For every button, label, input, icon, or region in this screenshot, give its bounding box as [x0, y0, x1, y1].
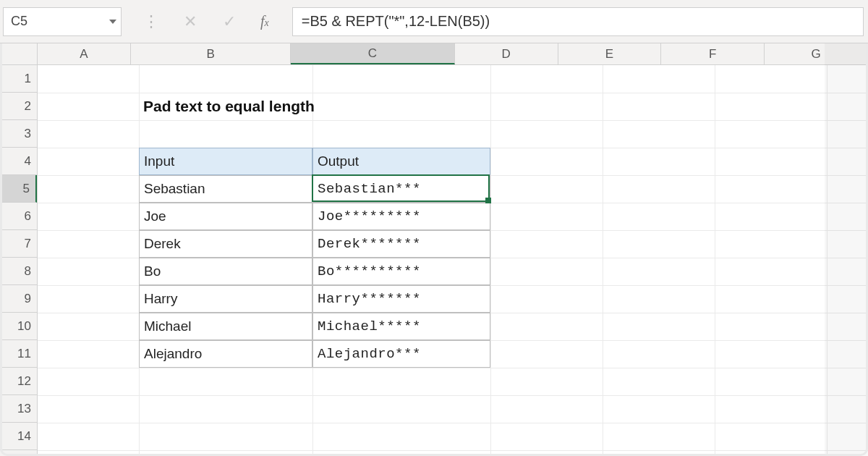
table-row[interactable]: Michael [139, 313, 312, 340]
row-header-4[interactable]: 4 [0, 148, 37, 175]
col-header-D[interactable]: D [455, 43, 558, 64]
name-box[interactable] [4, 8, 105, 35]
col-header-C[interactable]: C [291, 43, 455, 64]
worksheet: ABCDEFG 1234567891011121314 Pad text to … [0, 43, 868, 456]
formula-bar-buttons: ⋮ ✕ ✓ fx [122, 12, 292, 31]
table-header-output[interactable]: Output [312, 148, 490, 175]
col-header-B[interactable]: B [131, 43, 291, 64]
row-header-11[interactable]: 11 [0, 340, 37, 368]
row-header-12[interactable]: 12 [0, 368, 37, 395]
table-header-input[interactable]: Input [139, 148, 312, 175]
row-header-14[interactable]: 14 [0, 423, 37, 450]
more-icon[interactable]: ⋮ [143, 14, 159, 30]
table-row[interactable]: Joe [139, 203, 312, 230]
formula-bar: ⋮ ✕ ✓ fx [0, 0, 868, 43]
row-header-1[interactable]: 1 [0, 65, 37, 93]
formula-input-wrap [292, 7, 864, 36]
table-row[interactable]: Derek******* [312, 230, 490, 258]
table-row[interactable]: Sebastian*** [312, 175, 490, 203]
table-row[interactable]: Alejandro*** [312, 340, 490, 368]
column-headers: ABCDEFG [38, 43, 868, 65]
cancel-icon[interactable]: ✕ [182, 12, 198, 31]
row-header-3[interactable]: 3 [0, 120, 37, 148]
table-row[interactable]: Michael***** [312, 313, 490, 340]
row-header-10[interactable]: 10 [0, 313, 37, 340]
formula-input[interactable] [293, 8, 863, 35]
col-header-F[interactable]: F [661, 43, 765, 64]
table-row[interactable]: Sebastian [139, 175, 312, 203]
row-header-6[interactable]: 6 [0, 203, 37, 230]
row-header-9[interactable]: 9 [0, 285, 37, 313]
enter-icon[interactable]: ✓ [221, 12, 237, 31]
chevron-down-icon [109, 20, 116, 24]
row-header-13[interactable]: 13 [0, 395, 37, 423]
row-header-7[interactable]: 7 [0, 230, 37, 258]
row-headers: 1234567891011121314 [0, 65, 38, 456]
table-row[interactable]: Alejandro [139, 340, 312, 368]
row-header-8[interactable]: 8 [0, 258, 37, 285]
col-header-G[interactable]: G [765, 43, 868, 64]
table-row[interactable]: Harry [139, 285, 312, 313]
table-row[interactable]: Bo********** [312, 258, 490, 285]
cells-area[interactable]: Pad text to equal lengthInputOutputSebas… [38, 65, 868, 456]
select-all-corner[interactable] [0, 43, 38, 65]
name-box-wrap [3, 7, 122, 36]
row-header-5[interactable]: 5 [0, 175, 37, 203]
page-title[interactable]: Pad text to equal length [139, 93, 501, 120]
name-box-dropdown[interactable] [105, 8, 121, 35]
table-row[interactable]: Bo [139, 258, 312, 285]
fx-icon[interactable]: fx [260, 13, 276, 30]
table-row[interactable]: Derek [139, 230, 312, 258]
col-header-E[interactable]: E [558, 43, 662, 64]
table-row[interactable]: Harry******* [312, 285, 490, 313]
row-header-2[interactable]: 2 [0, 93, 37, 120]
col-header-A[interactable]: A [38, 43, 131, 64]
table-row[interactable]: Joe********* [312, 203, 490, 230]
